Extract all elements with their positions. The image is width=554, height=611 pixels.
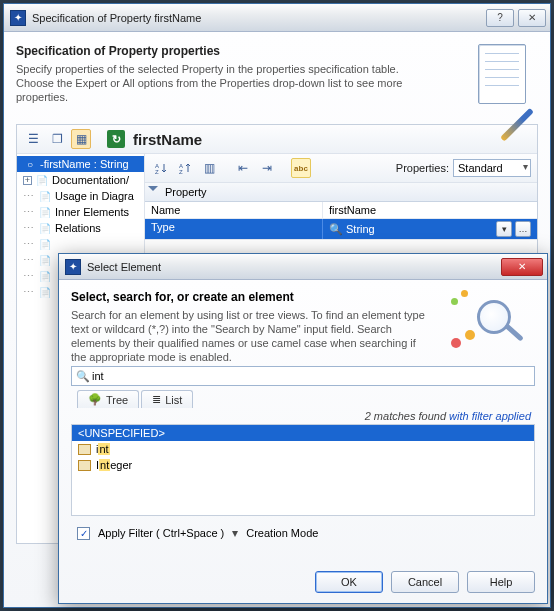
row-name-label: Name [145,202,323,218]
tb-sort-az-icon[interactable]: AZ [151,158,171,178]
dialog-buttons: OK Cancel Help [71,561,535,593]
search-input[interactable] [90,369,530,383]
row-type-dropdown-button[interactable]: ▾ [496,221,512,237]
tree-node-documentation[interactable]: + 📄 Documentation/ [17,172,144,188]
cancel-button[interactable]: Cancel [391,571,459,593]
result-row-integer[interactable]: Integer [72,457,534,473]
tree-node-label: Inner Elements [55,206,129,218]
results-list[interactable]: <UNSPECIFIED> int Integer [71,424,535,516]
spec-window-title: Specification of Property firstName [32,12,201,24]
matches-status: 2 matches found with filter applied [75,410,531,422]
result-text: Integer [96,459,132,471]
tree-node-label: Relations [55,222,101,234]
unspecified-label: <UNSPECIFIED> [78,427,165,439]
panel-top-toolbar: ☰ ❐ ▦ ↻ firstName [17,125,537,154]
help-button[interactable]: Help [467,571,535,593]
property-name-title: firstName [133,131,202,148]
row-type-value-cell[interactable]: 🔍 String ▾ … [323,219,537,239]
row-type-label: Type [145,219,323,239]
tree-node-label: Documentation/ [52,174,129,186]
tb-grid-icon[interactable]: ▥ [199,158,219,178]
search-illustration-icon [451,290,535,356]
property-node-icon: ○ [23,157,37,171]
tree-icon: 🌳 [88,393,102,406]
select-window-title: Select Element [87,261,161,273]
property-row-name[interactable]: Name firstName [145,202,537,219]
matches-count: 2 matches found [365,410,449,422]
tb-abc-filter-icon[interactable]: abc [291,158,311,178]
tree-dots-icon: ⋯ [23,190,35,203]
app-icon: ✦ [65,259,81,275]
property-entity-icon: ↻ [107,130,125,148]
select-header-desc: Search for an element by using list or t… [71,308,431,364]
tree-node-relations[interactable]: ⋯ 📄 Relations [17,220,144,236]
property-group-header[interactable]: Property [145,183,537,202]
spec-header: Specification of Property properties Spe… [16,42,538,124]
select-header: Select, search for, or create an element… [71,290,535,366]
expand-icon[interactable]: + [23,176,32,185]
filter-row: ✓ Apply Filter ( Ctrl+Space ) ▾ Creation… [71,526,535,540]
tool-copy-icon[interactable]: ❐ [47,129,67,149]
properties-label: Properties: [396,162,449,174]
document-illustration-icon [476,42,534,112]
tab-list[interactable]: ≣ List [141,390,193,408]
tool-history-icon[interactable]: ☰ [23,129,43,149]
datatype-icon [78,460,91,471]
properties-toolbar: AZ AZ ▥ ⇤ ⇥ abc Properties: [145,154,537,183]
tab-tree[interactable]: 🌳 Tree [77,390,139,408]
properties-dropdown[interactable]: Standard [453,159,531,177]
app-icon: ✦ [10,10,26,26]
datatype-icon [78,444,91,455]
tab-list-label: List [165,394,182,406]
search-icon: 🔍 [76,370,90,383]
select-titlebar[interactable]: ✦ Select Element ✕ [59,254,547,280]
tree-node-more1[interactable]: ⋯📄 [17,236,144,252]
list-icon: ≣ [152,393,161,406]
tb-collapse-icon[interactable]: ⇤ [233,158,253,178]
spec-header-title: Specification of Property properties [16,44,538,58]
result-row-int[interactable]: int [72,441,534,457]
row-type-browse-button[interactable]: … [515,221,531,237]
creation-mode-label[interactable]: Creation Mode [246,527,318,539]
property-group-label: Property [165,186,207,198]
svg-text:Z: Z [155,169,159,175]
apply-filter-checkbox[interactable]: ✓ [77,527,90,540]
tree-node-usage[interactable]: ⋯ 📄 Usage in Diagra [17,188,144,204]
tree-node-firstname[interactable]: ○ -firstName : String [17,156,144,172]
tool-highlight-icon[interactable]: ▦ [71,129,91,149]
tb-sort-za-icon[interactable]: AZ [175,158,195,178]
row-type-value: String [346,223,375,235]
tree-node-label: Usage in Diagra [55,190,134,202]
svg-text:Z: Z [179,169,183,175]
view-tabs: 🌳 Tree ≣ List [77,390,535,408]
usage-node-icon: 📄 [38,189,52,203]
inner-node-icon: 📄 [38,205,52,219]
tree-node-label: -firstName : String [40,158,129,170]
tab-tree-label: Tree [106,394,128,406]
select-element-window: ✦ Select Element ✕ Select, search for, o… [58,253,548,604]
search-input-box[interactable]: 🔍 [71,366,535,386]
tree-dots-icon: ⋯ [23,206,35,219]
tb-expand-icon[interactable]: ⇥ [257,158,277,178]
spec-header-desc: Specify properties of the selected Prope… [16,62,416,104]
funnel-icon[interactable]: ▾ [232,526,238,540]
apply-filter-label: Apply Filter ( Ctrl+Space ) [98,527,224,539]
spec-titlebar[interactable]: ✦ Specification of Property firstName ? … [4,4,550,32]
doc-node-icon: 📄 [35,173,49,187]
tree-node-inner[interactable]: ⋯ 📄 Inner Elements [17,204,144,220]
properties-dropdown-value: Standard [458,162,503,174]
property-row-type[interactable]: Type 🔍 String ▾ … [145,219,537,240]
result-text: int [96,443,110,455]
results-header-row[interactable]: <UNSPECIFIED> [72,425,534,441]
close-window1-button[interactable]: ✕ [518,9,546,27]
close-window2-button[interactable]: ✕ [501,258,543,276]
tree-dots-icon: ⋯ [23,222,35,235]
matches-filter-link[interactable]: with filter applied [449,410,531,422]
help-button[interactable]: ? [486,9,514,27]
row-name-value[interactable]: firstName [323,202,537,218]
ok-button[interactable]: OK [315,571,383,593]
relations-node-icon: 📄 [38,221,52,235]
